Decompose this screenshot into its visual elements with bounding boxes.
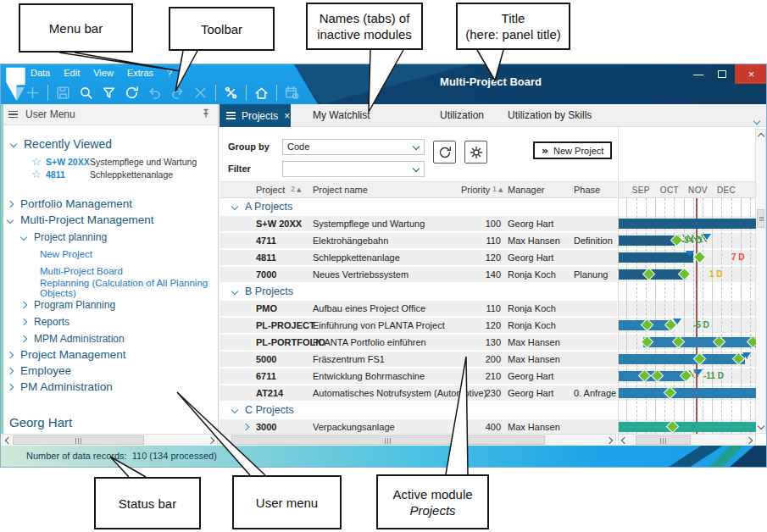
table-row-5000[interactable]: 5000Fräszentrum FS1200Max Hansen — [220, 351, 617, 368]
group-row-c-projects[interactable]: C Projects — [220, 402, 617, 418]
menu-item-edit[interactable]: Edit — [64, 68, 80, 78]
pin-icon[interactable] — [201, 108, 211, 121]
scrollbar-thumb[interactable] — [231, 435, 545, 445]
table-row-pl-project[interactable]: PL-PROJECTEinführung von PLANTA Project1… — [220, 317, 617, 334]
project-code-link[interactable]: S+W 20XX — [256, 219, 302, 229]
group-row-a-projects[interactable]: A Projects — [220, 198, 617, 215]
table-row-6711[interactable]: 6711Entwicklung Bohrmaschine210Georg Har… — [220, 368, 617, 385]
col-priority[interactable]: Priority — [461, 185, 490, 195]
menu-item-help[interactable]: ? — [167, 68, 172, 78]
col-phase[interactable]: Phase — [574, 185, 600, 195]
chevron-right-icon[interactable] — [20, 301, 27, 308]
gantt-bar[interactable] — [619, 252, 693, 263]
scroll-left-icon[interactable] — [5, 437, 12, 444]
project-code-link[interactable]: 6711 — [256, 371, 276, 381]
chevron-right-icon[interactable] — [20, 335, 27, 341]
favorite-item-4811[interactable]: ☆4811Schleppkettenanlage — [31, 168, 218, 180]
col-manager[interactable]: Manager — [508, 185, 544, 195]
project-code-link[interactable]: AT214 — [256, 388, 283, 398]
gantt-bar[interactable] — [619, 219, 756, 229]
table-row-s-w-20xx[interactable]: S+W 20XXSystempflege und Wartung100Georg… — [220, 215, 617, 232]
home-icon[interactable] — [251, 83, 272, 103]
project-code-link[interactable]: PL-PROJECT — [256, 320, 315, 330]
chevron-right-icon[interactable] — [7, 200, 14, 207]
table-row-pmo[interactable]: PMOAufbau eines Project Office110Ronja K… — [220, 300, 617, 317]
filter-icon[interactable] — [98, 83, 119, 103]
sidebar-item-employee[interactable]: Employee — [8, 364, 218, 377]
star-icon[interactable]: ☆ — [31, 155, 46, 168]
gantt-bar[interactable] — [619, 388, 756, 398]
col-project[interactable]: Project — [256, 185, 285, 195]
module-menu-icon[interactable] — [226, 112, 236, 119]
gantt-bar[interactable] — [619, 354, 745, 364]
vertical-scrollbar[interactable] — [755, 129, 766, 434]
scroll-left-icon[interactable] — [621, 437, 628, 444]
sidebar-item-mpm-administration[interactable]: MPM Administration — [21, 332, 218, 345]
sidebar-menu-icon[interactable] — [8, 111, 18, 119]
favorite-item-s-w-20xx[interactable]: ☆S+W 20XXSystempflege und Wartung — [31, 155, 218, 168]
scrollbar-thumb[interactable] — [636, 435, 691, 445]
tab-list-dropdown-icon[interactable] — [754, 112, 759, 127]
table-row-7000[interactable]: 7000Neues Vertriebssystem140Ronja KochPl… — [220, 266, 617, 283]
table-row-4811[interactable]: 4811Schleppkettenanlage120Georg Hart — [220, 249, 617, 266]
tab-projects-active[interactable]: Projects × — [220, 104, 291, 127]
project-code-link[interactable]: 7000 — [256, 269, 276, 280]
settings-gear-button[interactable] — [464, 141, 487, 163]
menu-item-extras[interactable]: Extras — [127, 68, 153, 78]
table-row-3000[interactable]: 3000Verpackungsanlage400Max Hansen — [220, 418, 617, 434]
table-row-4711[interactable]: 4711Elektrohängebahn110Max HansenDefinit… — [220, 232, 617, 249]
chevron-right-icon[interactable] — [7, 351, 14, 357]
gantt-hscrollbar[interactable] — [618, 434, 756, 446]
scroll-down-icon[interactable] — [758, 423, 764, 429]
tab-my-watchlist[interactable]: My Watchlist — [313, 109, 370, 121]
project-code-link[interactable]: PMO — [256, 303, 277, 313]
scroll-right-icon[interactable] — [746, 437, 753, 444]
sidebar-hscrollbar[interactable] — [2, 434, 218, 446]
chevron-down-icon[interactable] — [10, 141, 17, 147]
sidebar-link-replanning-calculation-of-all-planning-objects[interactable]: Replanning (Calculation of All Planning … — [40, 282, 218, 294]
table-row-pl-portfolio[interactable]: PL-PORTFOLIOPLANTA Portfolio einführen13… — [220, 334, 617, 351]
chevron-right-icon[interactable] — [7, 383, 14, 390]
minimize-button[interactable]: — — [687, 64, 709, 84]
scrollbar-thumb[interactable] — [757, 209, 764, 228]
table-hscrollbar[interactable] — [220, 434, 616, 446]
maximize-button[interactable] — [711, 64, 733, 84]
project-code-link[interactable]: 4711 — [256, 236, 276, 246]
chevron-down-icon[interactable] — [7, 216, 14, 223]
chevron-down-icon[interactable] — [231, 288, 238, 295]
star-icon[interactable]: ☆ — [31, 168, 46, 180]
sidebar-item-pm-administration[interactable]: PM Administration — [8, 380, 218, 393]
tab-close-icon[interactable]: × — [284, 110, 290, 122]
gantt-bar[interactable] — [643, 337, 756, 347]
menu-item-view[interactable]: View — [93, 68, 114, 78]
scrollbar-thumb[interactable] — [13, 435, 144, 445]
group-by-select[interactable]: Code — [282, 139, 425, 155]
refresh-button[interactable] — [433, 141, 456, 163]
gantt-bar[interactable] — [619, 236, 675, 246]
sidebar-link-new-project[interactable]: New Project — [40, 248, 218, 260]
project-code-link[interactable]: 4811 — [256, 252, 276, 263]
scroll-right-icon[interactable] — [606, 437, 613, 444]
group-row-b-projects[interactable]: B Projects — [220, 283, 617, 300]
sidebar-item-project-planning[interactable]: Project planning — [21, 230, 218, 243]
chevron-right-icon[interactable] — [20, 318, 27, 324]
tools-icon[interactable] — [220, 83, 242, 103]
refresh-icon[interactable] — [121, 83, 142, 103]
new-project-button[interactable]: » New Project — [533, 141, 612, 159]
search-icon[interactable] — [75, 83, 97, 103]
sidebar-item-project-management[interactable]: Project Management — [8, 348, 218, 361]
sidebar-item-reports[interactable]: Reports — [21, 315, 218, 328]
tab-utilization-by-skills[interactable]: Utilization by Skills — [508, 109, 592, 121]
project-code-link[interactable]: 3000 — [256, 422, 276, 432]
col-project-name[interactable]: Project name — [313, 185, 368, 195]
table-row-at214[interactable]: AT214Automatisches Notrufsystem (Automot… — [220, 385, 617, 402]
sidebar-link-multi-project-board[interactable]: Multi-Project Board — [40, 265, 218, 277]
menu-item-data[interactable]: Data — [31, 68, 50, 78]
gantt-bar[interactable] — [619, 422, 756, 432]
scroll-up-icon[interactable] — [758, 133, 764, 140]
scroll-right-icon[interactable] — [208, 437, 214, 444]
chevron-down-icon[interactable] — [231, 203, 238, 210]
chevron-right-icon[interactable] — [7, 367, 14, 374]
filter-select[interactable] — [282, 161, 425, 177]
sidebar-item-recently-viewed[interactable]: Recently Viewed — [11, 136, 218, 152]
